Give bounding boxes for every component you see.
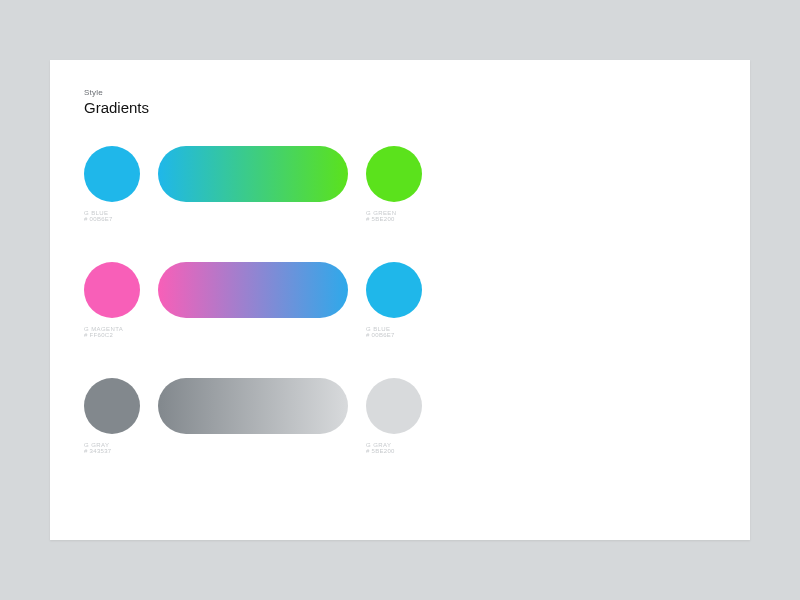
- gradient-pill: [158, 378, 348, 434]
- swatch-left: G GRAY # 343537: [84, 378, 140, 454]
- swatch-label: G GREEN # 5BE200: [366, 210, 422, 222]
- color-hex: # 00B6E7: [84, 216, 140, 222]
- color-hex: # 5BE200: [366, 448, 422, 454]
- gradient-rows: G BLUE # 00B6E7 G GREEN # 5BE200 G MAGEN…: [84, 146, 716, 454]
- gradient-row: G GRAY # 343537 G GRAY # 5BE200: [84, 378, 716, 454]
- swatch-right: G BLUE # 00B6E7: [366, 262, 422, 338]
- swatch-right: G GRAY # 5BE200: [366, 378, 422, 454]
- style-guide-canvas: Style Gradients G BLUE # 00B6E7 G GREEN …: [50, 60, 750, 540]
- color-hex: # 343537: [84, 448, 140, 454]
- color-circle: [366, 146, 422, 202]
- color-circle: [84, 378, 140, 434]
- swatch-right: G GREEN # 5BE200: [366, 146, 422, 222]
- swatch-label: G BLUE # 00B6E7: [84, 210, 140, 222]
- color-hex: # FF60C2: [84, 332, 140, 338]
- swatch-left: G MAGENTA # FF60C2: [84, 262, 140, 338]
- color-circle: [366, 378, 422, 434]
- swatch-label: G GRAY # 5BE200: [366, 442, 422, 454]
- color-hex: # 5BE200: [366, 216, 422, 222]
- swatch-left: G BLUE # 00B6E7: [84, 146, 140, 222]
- color-circle: [84, 262, 140, 318]
- color-circle: [84, 146, 140, 202]
- gradient-pill: [158, 262, 348, 318]
- swatch-label: G MAGENTA # FF60C2: [84, 326, 140, 338]
- swatch-label: G GRAY # 343537: [84, 442, 140, 454]
- section-title: Gradients: [84, 99, 716, 116]
- gradient-row: G BLUE # 00B6E7 G GREEN # 5BE200: [84, 146, 716, 222]
- swatch-label: G BLUE # 00B6E7: [366, 326, 422, 338]
- color-circle: [366, 262, 422, 318]
- section-eyebrow: Style: [84, 88, 716, 97]
- color-hex: # 00B6E7: [366, 332, 422, 338]
- gradient-pill: [158, 146, 348, 202]
- gradient-row: G MAGENTA # FF60C2 G BLUE # 00B6E7: [84, 262, 716, 338]
